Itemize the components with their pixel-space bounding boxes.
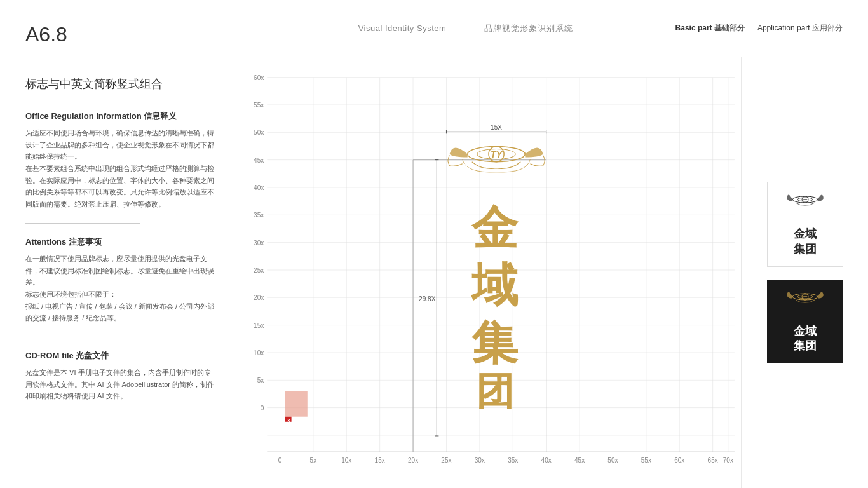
preview-black: TY 金域集团 [767, 280, 843, 363]
svg-text:25x: 25x [441, 457, 451, 464]
svg-text:TY: TY [803, 198, 807, 202]
nav-application[interactable]: Application part 应用部分 [757, 23, 843, 34]
info-heading-regulation: Office Regulation Information 信息释义 [25, 111, 216, 122]
svg-text:40x: 40x [541, 457, 552, 464]
svg-text:15x: 15x [254, 322, 264, 329]
chart-area: 60x 55x 50x 45x 40x 35x 30x 25x 20x 15x … [241, 57, 741, 488]
preview-white: TY 金域集团 [767, 182, 843, 267]
section-title: 标志与中英文简称竖式组合 [25, 76, 216, 92]
divider-2 [25, 337, 140, 337]
svg-text:65x: 65x [708, 457, 718, 464]
svg-text:10x: 10x [341, 457, 351, 464]
info-section-attentions: Attentions 注意事项 在一般情况下使用品牌标志，应尽量使用提供的光盘电… [25, 236, 216, 324]
info-heading-attentions: Attentions 注意事项 [25, 236, 216, 248]
info-section-regulation: Office Regulation Information 信息释义 为适应不同… [25, 111, 216, 210]
svg-text:25x: 25x [254, 267, 264, 274]
right-panel: TY 金域集团 TY 金域集团 [741, 57, 868, 488]
logo-emblem-black: TY [786, 289, 824, 321]
logo-emblem-white: TY [786, 192, 824, 224]
svg-text:5x: 5x [257, 377, 264, 384]
svg-text:15x: 15x [375, 457, 385, 464]
svg-text:60x: 60x [254, 74, 264, 81]
svg-text:35x: 35x [508, 457, 518, 464]
svg-text:金: 金 [471, 203, 521, 254]
svg-text:30x: 30x [475, 457, 485, 464]
svg-text:40x: 40x [254, 184, 264, 191]
svg-text:55x: 55x [641, 457, 651, 464]
svg-text:70x: 70x [723, 457, 733, 464]
header: A6.8 Visual Identity System 品牌视觉形象识别系统 B… [0, 0, 868, 57]
header-right: Basic part 基础部分 Application part 应用部分 [627, 23, 868, 34]
info-text-cdrom: 光盘文件是本 VI 手册电子文件的集合，内含手册制作时的专用软件格式文件。其中 … [25, 367, 216, 402]
nav-basic[interactable]: Basic part 基础部分 [675, 23, 745, 34]
svg-text:域: 域 [470, 260, 521, 311]
svg-text:TY: TY [491, 149, 503, 159]
info-section-cdrom: CD-ROM file 光盘文件 光盘文件是本 VI 手册电子文件的集合，内含手… [25, 350, 216, 402]
header-top-divider [25, 13, 203, 13]
svg-text:0: 0 [278, 457, 282, 464]
header-left: A6.8 [0, 10, 241, 46]
svg-text:20x: 20x [254, 294, 264, 301]
main-content: 标志与中英文简称竖式组合 Office Regulation Informati… [0, 57, 868, 488]
header-center: Visual Identity System 品牌视觉形象识别系统 [241, 23, 627, 34]
preview-black-text: 金域集团 [794, 324, 817, 354]
header-title-en: Visual Identity System [358, 24, 447, 33]
svg-text:5x: 5x [310, 457, 317, 464]
svg-text:55x: 55x [254, 102, 264, 109]
divider-1 [25, 223, 140, 224]
svg-text:50x: 50x [607, 457, 618, 464]
svg-text:45x: 45x [574, 457, 585, 464]
svg-text:60x: 60x [674, 457, 684, 464]
header-title-cn: 品牌视觉形象识别系统 [484, 23, 573, 34]
info-heading-cdrom: CD-ROM file 光盘文件 [25, 350, 216, 362]
info-text-regulation: 为适应不同使用场合与环境，确保信息传达的清晰与准确，特设计了企业品牌的多种组合，… [25, 127, 216, 210]
svg-text:50x: 50x [254, 129, 264, 136]
svg-rect-70 [285, 391, 308, 416]
svg-text:45x: 45x [254, 157, 264, 164]
svg-text:团: 团 [476, 370, 517, 412]
svg-text:29.8X: 29.8X [419, 295, 436, 302]
svg-text:10x: 10x [254, 349, 264, 356]
svg-text:20x: 20x [408, 457, 418, 464]
svg-text:30x: 30x [254, 240, 264, 247]
left-panel: 标志与中英文简称竖式组合 Office Regulation Informati… [0, 57, 241, 488]
info-text-attentions: 在一般情况下使用品牌标志，应尽量使用提供的光盘电子文件，不建议使用标准制图绘制标… [25, 253, 216, 324]
svg-text:35x: 35x [254, 212, 264, 219]
svg-text:15X: 15X [491, 124, 502, 131]
svg-text:集: 集 [471, 318, 521, 369]
page-number: A6.8 [25, 23, 216, 46]
preview-white-text: 金域集团 [794, 227, 817, 257]
svg-text:0: 0 [261, 405, 264, 412]
svg-text:x: x [288, 418, 290, 423]
svg-text:TY: TY [803, 295, 807, 299]
